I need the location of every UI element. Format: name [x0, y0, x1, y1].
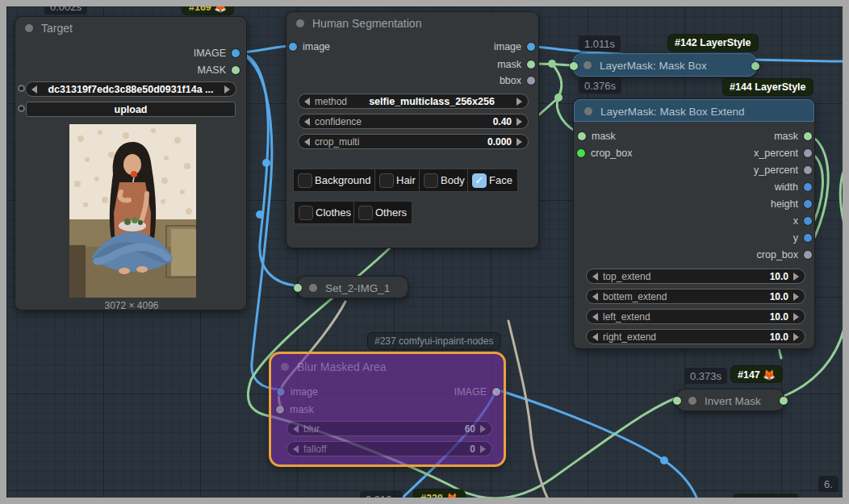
- image-preview[interactable]: [69, 124, 196, 298]
- collapse-dot-icon[interactable]: [584, 107, 592, 115]
- increment-arrow-icon[interactable]: [793, 273, 799, 281]
- checkbox-face[interactable]: ✓ Face: [467, 169, 518, 192]
- checkbox-others[interactable]: Others: [353, 201, 412, 224]
- node-blur-title[interactable]: Blur Masked Area: [271, 354, 387, 380]
- decrement-arrow-icon[interactable]: [304, 118, 310, 126]
- input-slot-mask[interactable]: mask: [578, 131, 616, 142]
- decrement-arrow-icon[interactable]: [293, 445, 299, 453]
- output-slot-y[interactable]: y: [793, 232, 812, 244]
- input-dot-image[interactable]: [277, 388, 285, 396]
- widget-input-dot[interactable]: [18, 85, 25, 92]
- widget-falloff[interactable]: falloff 0: [286, 441, 492, 456]
- input-dot-image[interactable]: [289, 43, 297, 51]
- node-layermask-mask-box[interactable]: LayerMask: Mask Box: [573, 53, 756, 77]
- decrement-arrow-icon[interactable]: [592, 313, 598, 321]
- collapse-dot-icon[interactable]: [688, 397, 696, 405]
- output-dot[interactable]: [804, 149, 812, 157]
- output-dot[interactable]: [804, 251, 812, 259]
- output-dot-mask[interactable]: [232, 66, 240, 74]
- widget-crop-multi[interactable]: crop_multi 0.000: [298, 134, 529, 149]
- input-slot-mask[interactable]: mask: [276, 404, 314, 415]
- output-dot[interactable]: [804, 183, 812, 191]
- node-maskbox-title[interactable]: LayerMask: Mask Box: [574, 54, 707, 77]
- link-dot[interactable]: [660, 456, 668, 464]
- node-human-segmentation[interactable]: Human Segmentation image image mask bbox…: [286, 11, 539, 248]
- output-dot-image[interactable]: [232, 49, 240, 57]
- output-dot[interactable]: [804, 234, 812, 242]
- increment-arrow-icon[interactable]: [480, 425, 486, 433]
- checkbox-box[interactable]: [299, 206, 313, 220]
- node-graph-canvas[interactable]: 0.002s #169 🦊 Target IMAGE MASK dc31319f…: [6, 6, 843, 498]
- checkbox-box[interactable]: [298, 173, 312, 188]
- output-slot-crop-box[interactable]: crop_box: [757, 249, 812, 260]
- widget-confidence[interactable]: confidence 0.40: [298, 114, 529, 129]
- checkbox-box[interactable]: [358, 206, 373, 220]
- increment-arrow-icon[interactable]: [480, 445, 486, 453]
- checkbox-background[interactable]: Background: [293, 169, 376, 192]
- increment-arrow-icon[interactable]: [517, 118, 522, 126]
- increment-arrow-icon[interactable]: [793, 333, 799, 341]
- checkbox-hair[interactable]: Hair: [374, 169, 421, 192]
- widget-right-extend[interactable]: right_extend 10.0: [586, 329, 805, 344]
- decrement-arrow-icon[interactable]: [592, 273, 598, 281]
- widget-blur[interactable]: blur 60: [286, 421, 492, 436]
- output-slot-image[interactable]: IMAGE: [454, 386, 500, 398]
- output-dot-bbox[interactable]: [527, 77, 535, 85]
- link-dot[interactable]: [554, 94, 563, 102]
- node-target-title[interactable]: Target: [15, 17, 73, 40]
- node-layermask-mask-box-extend[interactable]: LayerMask: Mask Box Extend mask crop_box…: [573, 98, 815, 349]
- output-slot-image[interactable]: IMAGE: [194, 48, 240, 59]
- checkbox-checked-icon[interactable]: ✓: [472, 173, 487, 188]
- decrement-arrow-icon[interactable]: [293, 425, 299, 433]
- collapse-dot-icon[interactable]: [25, 24, 33, 32]
- decrement-arrow-icon[interactable]: [304, 138, 310, 146]
- widget-input-dot[interactable]: [18, 105, 25, 112]
- checkbox-box[interactable]: [379, 173, 394, 188]
- output-slot-mask[interactable]: mask: [774, 131, 812, 142]
- increment-arrow-icon[interactable]: [517, 138, 522, 146]
- next-arrow-icon[interactable]: [224, 85, 230, 94]
- input-dot-crop-box[interactable]: [577, 149, 585, 157]
- output-dot[interactable]: [780, 397, 788, 405]
- output-dot-image[interactable]: [527, 43, 535, 51]
- output-dot-image[interactable]: [492, 388, 500, 396]
- output-dot-mask[interactable]: [527, 60, 535, 69]
- increment-arrow-icon[interactable]: [793, 313, 799, 321]
- widget-top-extend[interactable]: top_extend 10.0: [586, 269, 805, 284]
- collapse-dot-icon[interactable]: [309, 284, 317, 292]
- increment-arrow-icon[interactable]: [793, 293, 799, 301]
- output-slot-x[interactable]: x: [793, 215, 812, 227]
- collapse-dot-icon[interactable]: [281, 363, 289, 371]
- output-dot[interactable]: [804, 200, 812, 208]
- output-dot[interactable]: [804, 217, 812, 225]
- widget-left-extend[interactable]: left_extend 10.0: [586, 309, 805, 324]
- input-slot-image[interactable]: image: [289, 41, 330, 52]
- node-target[interactable]: Target IMAGE MASK dc31319f7edc3c88e50d09…: [15, 16, 247, 310]
- node-invert-title[interactable]: Invert Mask: [677, 389, 761, 412]
- link-dot[interactable]: [262, 159, 270, 167]
- output-slot-bbox[interactable]: bbox: [500, 75, 535, 86]
- input-dot-mask[interactable]: [276, 406, 284, 414]
- node-blur-masked-area[interactable]: Blur Masked Area image mask IMAGE blur 6…: [269, 352, 506, 467]
- output-slot-height[interactable]: height: [771, 198, 812, 210]
- widget-bottem-extend[interactable]: bottem_extend 10.0: [586, 289, 805, 304]
- checkbox-clothes[interactable]: Clothes: [294, 201, 357, 224]
- input-slot-crop-box[interactable]: crop_box: [577, 148, 632, 159]
- output-slot-mask[interactable]: mask: [497, 59, 535, 70]
- collapse-dot-icon[interactable]: [296, 19, 304, 27]
- checkbox-box[interactable]: [424, 173, 438, 188]
- output-slot-image[interactable]: image: [494, 41, 535, 52]
- prev-arrow-icon[interactable]: [31, 85, 37, 94]
- checkbox-body[interactable]: Body: [419, 169, 471, 192]
- output-dot[interactable]: [751, 62, 759, 70]
- output-dot[interactable]: [804, 132, 812, 140]
- node-header[interactable]: LayerMask: Mask Box Extend: [574, 99, 814, 122]
- upload-button[interactable]: upload: [26, 102, 236, 117]
- collapse-dot-icon[interactable]: [583, 61, 592, 69]
- input-dot-mask[interactable]: [578, 132, 586, 140]
- link-dot[interactable]: [256, 210, 264, 219]
- output-slot-y-percent[interactable]: y_percent: [754, 165, 812, 176]
- output-slot-x-percent[interactable]: x_percent: [754, 148, 812, 159]
- link-dot[interactable]: [548, 60, 556, 68]
- decrement-arrow-icon[interactable]: [592, 333, 598, 341]
